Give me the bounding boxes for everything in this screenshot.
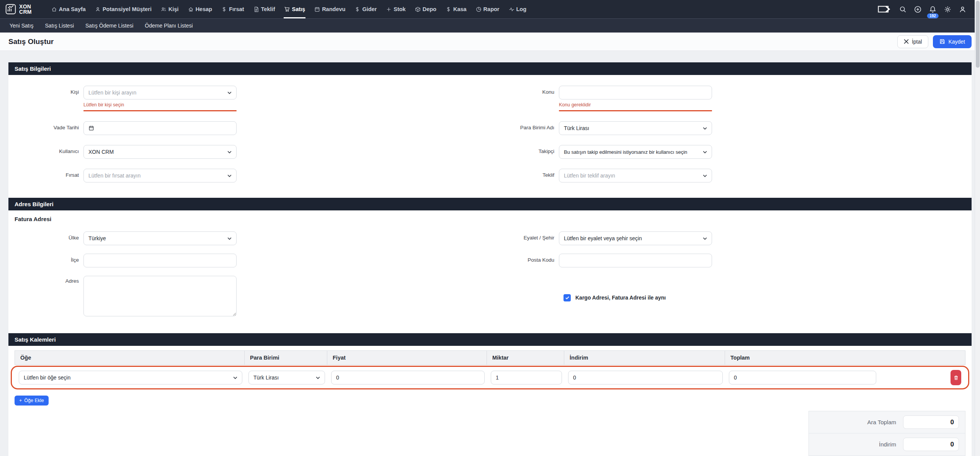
item-price-cell bbox=[328, 370, 488, 385]
app-logo[interactable]: XONCRM bbox=[5, 4, 32, 15]
column-header-toplam: Toplam bbox=[725, 351, 965, 365]
nav-item-rapor[interactable]: Rapor bbox=[472, 0, 503, 18]
field-adres: Adres bbox=[15, 276, 490, 318]
plus-icon bbox=[386, 7, 392, 12]
kisi-select[interactable]: Lütfen bir kişi arayın bbox=[83, 86, 237, 99]
cart-icon bbox=[284, 7, 290, 12]
subnav-item-yeni-satis[interactable]: Yeni Satış bbox=[4, 23, 39, 29]
ilce-input[interactable] bbox=[88, 254, 232, 267]
section-header-adres-bilgileri: Adres Bilgileri bbox=[8, 198, 972, 210]
subnav-item-satis-listesi[interactable]: Satış Listesi bbox=[39, 23, 80, 29]
settings-gear-icon[interactable] bbox=[944, 6, 951, 13]
arrow-toggle-icon[interactable] bbox=[878, 6, 892, 13]
sale-item-row: Lütfen bir öğe seçin Türk Lirası bbox=[11, 366, 969, 389]
vertical-scrollbar[interactable] bbox=[975, 0, 980, 456]
teklif-label: Teklif bbox=[490, 169, 559, 178]
vade-tarihi-input[interactable] bbox=[97, 122, 232, 135]
kisi-error-text: Lütfen bir kişi seçin bbox=[83, 102, 237, 107]
nav-item-hesap[interactable]: Hesap bbox=[185, 0, 216, 18]
logo-chart-icon bbox=[5, 4, 16, 15]
posta-kodu-input-wrap bbox=[559, 254, 712, 267]
item-select[interactable]: Lütfen bir öğe seçin bbox=[19, 371, 242, 384]
indirim-input[interactable] bbox=[903, 438, 959, 451]
kargo-adresi-checkbox[interactable] bbox=[564, 294, 571, 301]
field-takipci: Takipçi Bu satışın takip edilmesini isti… bbox=[490, 145, 965, 159]
firsat-select[interactable]: Lütfen bir fırsat arayın bbox=[83, 169, 237, 182]
cancel-button[interactable]: İptal bbox=[897, 35, 928, 48]
item-price-input[interactable] bbox=[336, 371, 480, 384]
nav-item-kasa[interactable]: Kasa bbox=[442, 0, 470, 18]
column-header-indirim: İndirim bbox=[564, 351, 725, 365]
para-birimi-select[interactable]: Türk Lirası bbox=[559, 121, 712, 135]
add-circle-icon[interactable] bbox=[914, 6, 921, 13]
item-total-input[interactable] bbox=[734, 371, 871, 384]
adres-textarea[interactable] bbox=[83, 276, 237, 316]
delete-row-button[interactable] bbox=[951, 370, 961, 385]
firsat-label: Fırsat bbox=[15, 169, 83, 178]
subnav-item-satis-odeme-listesi[interactable]: Satış Ödeme Listesi bbox=[80, 23, 139, 29]
item-discount-input[interactable] bbox=[573, 371, 718, 384]
ara-toplam-input-wrap bbox=[903, 415, 959, 429]
app-window: XONCRM Ana Sayfa Potansiyel Müşteri Kişi… bbox=[0, 0, 980, 456]
totals-row-indirim: İndirim bbox=[809, 433, 965, 456]
calendar-icon bbox=[88, 125, 94, 131]
top-navbar: XONCRM Ana Sayfa Potansiyel Müşteri Kişi… bbox=[0, 0, 980, 18]
eyalet-sehir-select[interactable]: Lütfen bir eyalet veya şehir seçin bbox=[559, 231, 712, 245]
ara-toplam-label: Ara Toplam bbox=[867, 419, 896, 425]
nav-item-stok[interactable]: Stok bbox=[382, 0, 409, 18]
para-birimi-label: Para Birimi Adı bbox=[490, 121, 559, 130]
field-ulke: Ülke Türkiye bbox=[15, 231, 490, 245]
section-header-satis-kalemleri: Satış Kalemleri bbox=[8, 333, 972, 346]
search-icon[interactable] bbox=[899, 6, 906, 13]
konu-input[interactable] bbox=[564, 86, 707, 99]
sale-info-form: Kişi Lütfen bir kişi arayın Lütfen bir k… bbox=[8, 75, 972, 198]
page-content: Satış Bilgileri Kişi Lütfen bir kişi ara… bbox=[0, 51, 980, 456]
plus-icon: + bbox=[19, 398, 22, 403]
item-quantity-input[interactable] bbox=[496, 371, 557, 384]
posta-kodu-input[interactable] bbox=[564, 254, 707, 267]
kullanici-select[interactable]: XON CRM bbox=[83, 145, 237, 159]
kisi-error-underline bbox=[83, 110, 237, 111]
column-header-para-birimi: Para Birimi bbox=[245, 351, 327, 365]
chevron-down-icon bbox=[227, 173, 232, 179]
ara-toplam-input[interactable] bbox=[903, 416, 959, 428]
trash-icon bbox=[954, 375, 959, 380]
chevron-down-icon bbox=[315, 375, 320, 381]
item-discount-input-wrap bbox=[568, 371, 723, 384]
section-header-satis-bilgileri: Satış Bilgileri bbox=[8, 62, 972, 75]
nav-item-teklif[interactable]: Teklif bbox=[250, 0, 279, 18]
chevron-down-icon bbox=[702, 173, 707, 179]
field-kullanici: Kullanıcı XON CRM bbox=[15, 145, 490, 159]
add-item-button[interactable]: + Öğe Ekle bbox=[15, 396, 49, 406]
totals-panel: Ara Toplam İndirim Toplam bbox=[808, 411, 965, 456]
chevron-down-icon bbox=[233, 375, 238, 381]
save-button[interactable]: Kaydet bbox=[933, 35, 972, 48]
user-profile-icon[interactable] bbox=[959, 6, 966, 13]
nav-item-depo[interactable]: Depo bbox=[412, 0, 440, 18]
konu-error-underline bbox=[559, 110, 712, 111]
teklif-select[interactable]: Lütfen bir teklif arayın bbox=[559, 169, 712, 182]
column-header-fiyat: Fiyat bbox=[327, 351, 487, 365]
nav-item-ana-sayfa[interactable]: Ana Sayfa bbox=[48, 0, 89, 18]
ulke-select[interactable]: Türkiye bbox=[83, 231, 237, 245]
nav-item-firsat[interactable]: Fırsat bbox=[218, 0, 248, 18]
item-price-input-wrap bbox=[331, 371, 485, 384]
item-currency-select[interactable]: Türk Lirası bbox=[248, 371, 325, 384]
field-para-birimi: Para Birimi Adı Türk Lirası bbox=[490, 121, 965, 135]
takipci-select[interactable]: Bu satışın takip edilmesini istiyorsanız… bbox=[559, 145, 712, 159]
nav-item-log[interactable]: Log bbox=[505, 0, 530, 18]
subnav-item-odeme-plani-listesi[interactable]: Ödeme Planı Listesi bbox=[139, 23, 198, 29]
nav-item-kisi[interactable]: Kişi bbox=[157, 0, 182, 18]
eyalet-sehir-label: Eyalet / Şehir bbox=[490, 231, 559, 241]
item-quantity-cell bbox=[488, 370, 565, 385]
account-icon bbox=[188, 7, 194, 12]
field-kargo-checkbox: Kargo Adresi, Fatura Adresi ile aynı bbox=[490, 276, 965, 318]
nav-item-potansiyel-musteri[interactable]: Potansiyel Müşteri bbox=[91, 0, 155, 18]
scrollbar-thumb[interactable] bbox=[976, 1, 980, 68]
nav-item-gider[interactable]: Gider bbox=[351, 0, 380, 18]
nav-item-randevu[interactable]: Randevu bbox=[311, 0, 349, 18]
nav-item-satis[interactable]: Satış bbox=[281, 0, 309, 18]
home-icon bbox=[51, 7, 57, 12]
notifications-bell-icon[interactable]: 192 bbox=[929, 6, 936, 13]
sale-form-card: Satış Bilgileri Kişi Lütfen bir kişi ara… bbox=[8, 62, 972, 456]
